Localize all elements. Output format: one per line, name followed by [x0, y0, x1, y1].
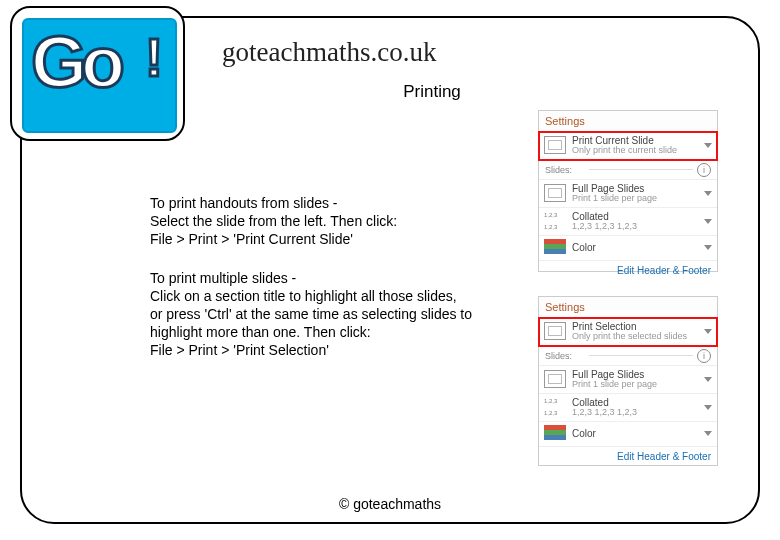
slides-label: Slides:: [545, 165, 585, 175]
slides-range-row: Slides: i: [539, 160, 717, 180]
print-mode-dropdown-1[interactable]: Print Current Slide Only print the curre…: [539, 132, 717, 160]
slide-icon: [544, 370, 566, 388]
settings-panel-1: Settings Print Current Slide Only print …: [538, 110, 718, 272]
p2-line1: To print multiple slides -: [150, 269, 510, 287]
print-mode-sub: Only print the selected slides: [572, 332, 700, 342]
color-label: Color: [572, 428, 700, 439]
color-dropdown-1[interactable]: Color: [539, 236, 717, 261]
layout-dropdown-2[interactable]: Full Page Slides Print 1 slide per page: [539, 366, 717, 394]
footer: © goteachmaths: [22, 496, 758, 512]
logo-frame: Go !: [10, 6, 185, 141]
chevron-down-icon: [704, 377, 712, 382]
logo-bg: Go !: [22, 18, 177, 133]
slides-input[interactable]: [589, 169, 693, 170]
logo: Go !: [10, 6, 190, 146]
chevron-down-icon: [704, 329, 712, 334]
slide-icon: [544, 184, 566, 202]
slide-icon: [544, 136, 566, 154]
site-name: goteachmaths.co.uk: [222, 37, 582, 68]
p2-line2: Click on a section title to highlight al…: [150, 287, 510, 305]
color-icon: [544, 239, 566, 257]
slides-label: Slides:: [545, 351, 585, 361]
chevron-down-icon: [704, 219, 712, 224]
collated-sub: 1,2,3 1,2,3 1,2,3: [572, 408, 700, 418]
chevron-down-icon: [704, 143, 712, 148]
color-icon: [544, 425, 566, 443]
p2-line5: File > Print > 'Print Selection': [150, 341, 510, 359]
p2-line4: highlight more than one. Then click:: [150, 323, 510, 341]
page-title: Printing: [282, 82, 582, 102]
collated-sub: 1,2,3 1,2,3 1,2,3: [572, 222, 700, 232]
collated-icon: [544, 398, 566, 416]
p1-line2: Select the slide from the left. Then cli…: [150, 212, 510, 230]
info-icon[interactable]: i: [697, 349, 711, 363]
chevron-down-icon: [704, 431, 712, 436]
layout-dropdown-1[interactable]: Full Page Slides Print 1 slide per page: [539, 180, 717, 208]
collated-dropdown-1[interactable]: Collated 1,2,3 1,2,3 1,2,3: [539, 208, 717, 236]
collated-dropdown-2[interactable]: Collated 1,2,3 1,2,3 1,2,3: [539, 394, 717, 422]
layout-sub: Print 1 slide per page: [572, 380, 700, 390]
paragraph-2: To print multiple slides - Click on a se…: [150, 269, 510, 360]
print-mode-text: Print Current Slide Only print the curre…: [572, 135, 700, 156]
chevron-down-icon: [704, 405, 712, 410]
slide-icon: [544, 322, 566, 340]
print-mode-sub: Only print the current slide: [572, 146, 700, 156]
instructions: To print handouts from slides - Select t…: [150, 194, 510, 360]
collated-icon: [544, 212, 566, 230]
color-dropdown-2[interactable]: Color: [539, 422, 717, 447]
p1-line1: To print handouts from slides -: [150, 194, 510, 212]
chevron-down-icon: [704, 245, 712, 250]
settings-header-2: Settings: [539, 297, 717, 318]
logo-text: Go: [31, 30, 119, 95]
settings-header-1: Settings: [539, 111, 717, 132]
edit-header-footer-link[interactable]: Edit Header & Footer: [617, 451, 711, 462]
info-icon[interactable]: i: [697, 163, 711, 177]
layout-sub: Print 1 slide per page: [572, 194, 700, 204]
edit-header-footer-link[interactable]: Edit Header & Footer: [617, 265, 711, 276]
print-mode-dropdown-2[interactable]: Print Selection Only print the selected …: [539, 318, 717, 346]
p2-line3: or press 'Ctrl' at the same time as sele…: [150, 305, 510, 323]
slides-input[interactable]: [589, 355, 693, 356]
header-footer-link-row: Edit Header & Footer: [539, 261, 717, 280]
slides-range-row-2: Slides: i: [539, 346, 717, 366]
p1-line3: File > Print > 'Print Current Slide': [150, 230, 510, 248]
header-footer-link-row: Edit Header & Footer: [539, 447, 717, 466]
paragraph-1: To print handouts from slides - Select t…: [150, 194, 510, 249]
color-label: Color: [572, 242, 700, 253]
logo-bang: !: [145, 26, 163, 88]
chevron-down-icon: [704, 191, 712, 196]
settings-panel-2: Settings Print Selection Only print the …: [538, 296, 718, 466]
header: goteachmaths.co.uk Printing: [222, 37, 582, 102]
